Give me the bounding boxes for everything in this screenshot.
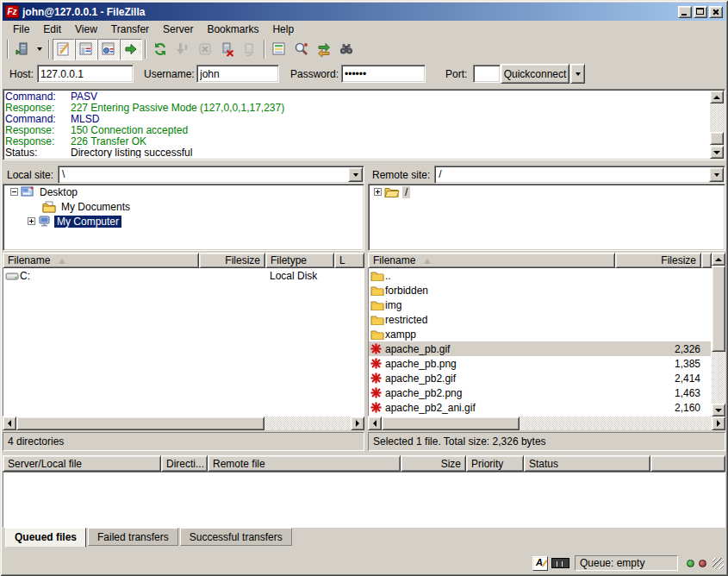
tab-failed-transfers[interactable]: Failed transfers xyxy=(88,528,178,546)
remote-file-row[interactable]: apache_pb2.gif2,414 xyxy=(369,371,711,385)
resize-grip-icon[interactable] xyxy=(712,558,724,569)
queue-col-size[interactable]: Size xyxy=(401,455,466,472)
queue-col-direction[interactable]: Directi... xyxy=(161,455,208,472)
local-site-value: \ xyxy=(62,168,65,180)
scroll-right-icon[interactable] xyxy=(712,416,725,430)
toolbar-separator xyxy=(145,40,146,59)
menu-bookmarks[interactable]: Bookmarks xyxy=(200,22,265,36)
remote-site-combobox[interactable]: / xyxy=(434,166,725,184)
maximize-button[interactable] xyxy=(694,6,707,18)
menu-edit[interactable]: Edit xyxy=(36,22,68,36)
scroll-thumb[interactable] xyxy=(710,132,724,145)
toggle-message-log-button[interactable] xyxy=(53,39,75,60)
directory-comparison-button[interactable] xyxy=(290,39,313,60)
local-file-row[interactable]: C: Local Disk xyxy=(3,268,364,283)
reconnect-button[interactable] xyxy=(239,39,261,60)
tree-item-root[interactable]: / xyxy=(369,185,725,199)
speed-limit-icon[interactable] xyxy=(551,558,569,568)
toggle-local-tree-button[interactable] xyxy=(75,39,97,60)
local-horizontal-scrollbar[interactable] xyxy=(3,416,364,430)
scroll-left-icon[interactable] xyxy=(3,416,16,430)
scroll-down-icon[interactable] xyxy=(710,146,724,159)
remote-file-row[interactable]: img xyxy=(369,297,711,312)
remote-file-row[interactable]: xampp xyxy=(369,327,711,341)
disconnect-button[interactable] xyxy=(216,39,239,60)
image-file-icon xyxy=(370,358,385,369)
menu-file[interactable]: File xyxy=(6,22,36,36)
image-file-icon xyxy=(370,402,385,413)
tree-item-desktop[interactable]: Desktop xyxy=(3,185,364,199)
filezilla-logo-icon: Fz xyxy=(5,5,19,18)
expand-icon[interactable] xyxy=(374,188,382,196)
port-input[interactable] xyxy=(473,65,501,83)
local-col-filetype[interactable]: Filetype xyxy=(265,253,334,268)
menu-transfer[interactable]: Transfer xyxy=(104,22,156,36)
data-type-icon[interactable] xyxy=(532,556,548,571)
host-input[interactable] xyxy=(37,65,134,83)
toggle-remote-tree-button[interactable] xyxy=(97,39,120,60)
scroll-up-icon[interactable] xyxy=(710,91,724,103)
username-input[interactable] xyxy=(196,65,279,83)
scroll-thumb[interactable] xyxy=(712,266,725,352)
expand-icon[interactable] xyxy=(28,217,35,225)
menu-help[interactable]: Help xyxy=(265,22,301,36)
remote-file-row[interactable]: forbidden xyxy=(369,283,711,297)
toggle-queue-button[interactable] xyxy=(120,39,142,60)
local-col-filesize[interactable]: Filesize xyxy=(199,253,265,268)
scroll-thumb[interactable] xyxy=(16,416,264,430)
quickconnect-dropdown-button[interactable] xyxy=(570,64,585,84)
scroll-up-icon[interactable] xyxy=(712,253,725,266)
synchronized-browsing-button[interactable] xyxy=(313,39,335,60)
remote-horizontal-scrollbar[interactable] xyxy=(368,416,725,430)
scroll-down-icon[interactable] xyxy=(712,404,725,416)
local-site-combobox[interactable]: \ xyxy=(58,166,364,184)
combo-dropdown-button[interactable] xyxy=(348,167,363,182)
remote-file-row[interactable]: .. xyxy=(369,268,711,283)
combo-dropdown-button[interactable] xyxy=(709,167,724,182)
queue-col-server-local-file[interactable]: Server/Local file xyxy=(3,455,161,472)
log-scrollbar[interactable] xyxy=(710,91,724,159)
refresh-button[interactable] xyxy=(149,39,171,60)
local-site-bar: Local site: \ xyxy=(7,166,364,184)
refresh-icon xyxy=(152,41,168,57)
site-manager-dropdown-button[interactable] xyxy=(34,39,46,60)
remote-file-row[interactable]: restricted xyxy=(369,312,711,327)
queue-list-body[interactable] xyxy=(3,472,725,528)
find-files-button[interactable] xyxy=(335,39,358,60)
remote-file-row[interactable]: apache_pb2_ani.gif2,160 xyxy=(369,400,711,415)
remote-col-filesize[interactable]: Filesize xyxy=(615,253,701,268)
filter-button[interactable] xyxy=(268,39,290,60)
tree-item-my-computer[interactable]: My Computer xyxy=(3,214,364,229)
queue-col-status[interactable]: Status xyxy=(524,455,650,472)
quickconnect-button[interactable]: Quickconnect xyxy=(501,64,569,84)
remote-file-row-selected[interactable]: apache_pb.gif2,326 xyxy=(369,341,711,356)
remote-file-row[interactable]: apache_pb.png1,385 xyxy=(369,356,711,371)
menu-server[interactable]: Server xyxy=(156,22,200,36)
tree-item-my-documents[interactable]: My Documents xyxy=(3,199,364,214)
menu-view[interactable]: View xyxy=(68,22,104,36)
tab-queued-files[interactable]: Queued files xyxy=(5,528,86,548)
collapse-icon[interactable] xyxy=(10,188,18,196)
local-col-last-modified[interactable]: L xyxy=(334,253,364,268)
scroll-thumb[interactable] xyxy=(382,416,520,430)
queue-col-remote-file[interactable]: Remote file xyxy=(208,455,401,472)
process-queue-button[interactable] xyxy=(171,39,194,60)
tab-successful-transfers[interactable]: Successful transfers xyxy=(180,528,292,546)
remote-file-row[interactable]: apache_pb2.png1,463 xyxy=(369,385,711,400)
cancel-button[interactable] xyxy=(194,39,216,60)
queue-col-priority[interactable]: Priority xyxy=(466,455,524,472)
minimize-button[interactable] xyxy=(678,6,692,18)
recv-indicator-icon xyxy=(687,560,694,567)
password-input[interactable] xyxy=(341,65,426,83)
remote-col-filename[interactable]: Filename xyxy=(368,253,615,268)
scroll-left-icon[interactable] xyxy=(368,416,382,430)
sort-ascending-icon xyxy=(59,258,65,264)
sort-ascending-icon xyxy=(424,258,431,264)
remote-vertical-scrollbar[interactable] xyxy=(712,253,725,416)
scroll-right-icon[interactable] xyxy=(351,416,364,430)
close-button[interactable] xyxy=(709,6,723,18)
local-col-filename[interactable]: Filename xyxy=(3,253,199,268)
site-manager-button[interactable] xyxy=(11,39,34,60)
remote-status-bar: Selected 1 file. Total size: 2,326 bytes xyxy=(368,432,725,451)
send-indicator-icon xyxy=(699,560,706,567)
